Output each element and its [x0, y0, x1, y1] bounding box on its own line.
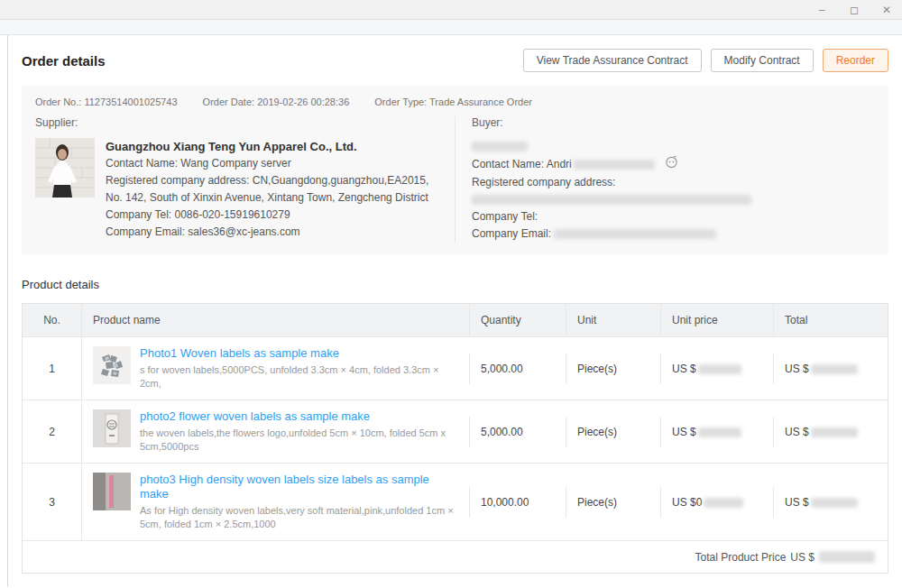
- order-no-value: 11273514001025743: [84, 96, 177, 107]
- buyer-tel: Company Tel:: [472, 208, 875, 225]
- row-total: US $: [773, 417, 888, 447]
- header-actions: View Trade Assurance Contract Modify Con…: [523, 49, 888, 72]
- buyer-contact-name: Contact Name: Andri: [472, 155, 875, 174]
- order-no: Order No.: 11273514001025743: [35, 96, 178, 107]
- supplier-email: Company Email: sales36@xc-jeans.com: [106, 224, 428, 241]
- buyer-company-redacted: [472, 138, 875, 155]
- product-desc: s for woven labels,5000PCS, unfolded 3.3…: [140, 363, 458, 390]
- buyer-email-label: Company Email:: [472, 227, 551, 240]
- row-quantity: 5,000.00: [469, 354, 566, 384]
- supplier-contact-name: Contact Name: Wang Company server: [106, 155, 428, 172]
- order-date-label: Order Date:: [203, 96, 254, 107]
- buyer-contact-label: Contact Name: Andri: [472, 158, 572, 170]
- view-trade-assurance-contract-button[interactable]: View Trade Assurance Contract: [523, 49, 702, 72]
- product-row-2: 2 photo2 flower woven labels as sample m…: [23, 400, 888, 463]
- order-no-label: Order No.:: [35, 96, 81, 107]
- modify-contract-button[interactable]: Modify Contract: [711, 49, 814, 72]
- page-title: Order details: [22, 53, 106, 69]
- supplier-address-line1: Registered company address: CN,Guangdong…: [106, 172, 428, 189]
- supplier-section: Supplier:: [35, 116, 455, 243]
- product-details-title: Product details: [22, 278, 888, 291]
- row-unit-price: US $: [660, 354, 773, 384]
- product-row-3: 3 photo3 High density woven labels size …: [23, 463, 888, 540]
- maximize-icon[interactable]: ◻: [848, 5, 861, 15]
- product-thumbnail-1[interactable]: [93, 346, 131, 384]
- supplier-company-name: Guangzhou Xiang Teng Yun Apparel Co., Lt…: [106, 138, 428, 155]
- buyer-label: Buyer:: [472, 116, 875, 129]
- order-meta-row: Order No.: 11273514001025743 Order Date:…: [35, 95, 875, 116]
- total-product-price-currency: US $: [790, 551, 815, 564]
- minimize-icon[interactable]: –: [815, 5, 828, 15]
- row-quantity: 10,000.00: [469, 487, 566, 518]
- product-link[interactable]: photo3 High density woven labels size la…: [140, 473, 458, 501]
- order-type: Order Type: Trade Assurance Order: [374, 96, 532, 107]
- product-thumbnail-3[interactable]: [93, 473, 131, 510]
- order-type-value: Trade Assurance Order: [429, 96, 532, 107]
- row-no: 2: [23, 417, 81, 447]
- product-row-1: 1 Photo1 Woven labels as sample make s f…: [23, 336, 888, 400]
- order-type-label: Order Type:: [374, 96, 427, 107]
- product-thumbnail-2[interactable]: [93, 409, 131, 447]
- row-unit: Piece(s): [566, 487, 660, 518]
- product-table-header: No. Product name Quantity Unit Unit pric…: [23, 304, 888, 336]
- total-product-price-row: Total Product Price US $: [23, 540, 888, 573]
- supplier-address-line2: No. 142, South of Xinxin Avenue, Xintang…: [106, 189, 428, 207]
- row-no: 1: [23, 354, 81, 384]
- col-no: No.: [23, 304, 81, 336]
- row-unit: Piece(s): [566, 417, 660, 447]
- buyer-address-label: Registered company address:: [472, 176, 615, 188]
- page-header: Order details View Trade Assurance Contr…: [22, 35, 888, 72]
- order-date-value: 2019-02-26 00:28:36: [257, 96, 349, 107]
- chat-icon[interactable]: [665, 155, 678, 174]
- window-titlebar: – ◻ ✕: [0, 0, 902, 20]
- product-table: No. Product name Quantity Unit Unit pric…: [22, 303, 888, 574]
- total-product-price-label: Total Product Price: [695, 551, 787, 564]
- supplier-photo: [35, 138, 95, 198]
- row-total: US $: [773, 487, 888, 518]
- product-link[interactable]: photo2 flower woven labels as sample mak…: [140, 409, 458, 424]
- browser-toolbar: [0, 20, 902, 35]
- buyer-section: Buyer: Contact Name: Andri: [455, 116, 875, 243]
- row-unit-price: US $: [660, 417, 773, 447]
- row-no: 3: [23, 487, 81, 518]
- order-details-page: Order details View Trade Assurance Contr…: [7, 35, 902, 587]
- buyer-address: Registered company address:: [472, 174, 875, 208]
- row-unit: Piece(s): [566, 354, 660, 384]
- order-info-panel: Order No.: 11273514001025743 Order Date:…: [22, 86, 888, 255]
- reorder-button[interactable]: Reorder: [823, 49, 888, 72]
- col-unit-price: Unit price: [660, 304, 773, 336]
- supplier-tel: Company Tel: 0086-020-15919610279: [106, 207, 428, 224]
- product-desc: the woven labels,the flowers logo,unfold…: [140, 427, 458, 454]
- close-icon[interactable]: ✕: [880, 5, 893, 15]
- col-total: Total: [773, 304, 888, 336]
- supplier-info: Guangzhou Xiang Teng Yun Apparel Co., Lt…: [106, 138, 428, 241]
- row-total: US $: [773, 354, 888, 384]
- col-quantity: Quantity: [469, 304, 566, 336]
- product-desc: As for High density woven labels,very so…: [140, 504, 458, 531]
- product-link[interactable]: Photo1 Woven labels as sample make: [140, 346, 458, 361]
- row-quantity: 5,000.00: [469, 417, 566, 447]
- row-unit-price: US $0: [660, 487, 773, 518]
- order-date: Order Date: 2019-02-26 00:28:36: [203, 96, 350, 107]
- supplier-label: Supplier:: [35, 116, 455, 129]
- col-product-name: Product name: [81, 304, 469, 336]
- col-unit: Unit: [566, 304, 660, 336]
- buyer-email: Company Email:: [472, 225, 875, 243]
- buyer-info: Contact Name: Andri Registered company a…: [472, 138, 875, 243]
